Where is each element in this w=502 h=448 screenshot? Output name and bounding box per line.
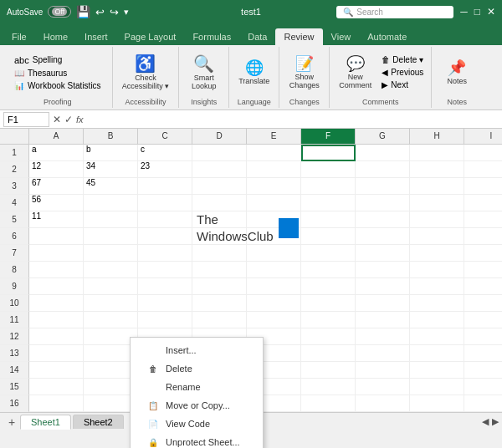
cell-f14[interactable]	[301, 362, 356, 379]
cell-f8[interactable]	[301, 262, 356, 278]
cell-h14[interactable]	[410, 362, 464, 379]
row-header-12[interactable]: 12	[0, 328, 29, 345]
cell-i8[interactable]	[464, 262, 502, 278]
cell-b5[interactable]	[84, 211, 138, 228]
cell-b6[interactable]	[84, 228, 138, 245]
row-header-1[interactable]: 1	[0, 145, 29, 161]
sheet-nav-right[interactable]: ▶	[492, 416, 499, 427]
cell-g7[interactable]	[356, 245, 410, 262]
cell-i7[interactable]	[464, 245, 502, 262]
row-header-9[interactable]: 9	[0, 278, 29, 295]
cell-e9[interactable]	[247, 278, 301, 295]
cell-e5[interactable]	[247, 211, 301, 228]
cell-a15[interactable]	[29, 379, 84, 395]
cell-d5[interactable]	[192, 211, 247, 228]
col-header-b[interactable]: B	[84, 129, 138, 144]
cell-f5[interactable]	[301, 211, 356, 228]
cell-i15[interactable]	[464, 379, 502, 395]
cell-c3[interactable]	[138, 178, 192, 195]
cell-b10[interactable]	[84, 295, 138, 312]
cell-b8[interactable]	[84, 262, 138, 278]
cell-g6[interactable]	[356, 228, 410, 245]
row-header-16[interactable]: 16	[0, 395, 29, 412]
cell-e10[interactable]	[247, 295, 301, 312]
col-header-h[interactable]: H	[410, 129, 464, 144]
cell-b7[interactable]	[84, 245, 138, 262]
autosave-toggle[interactable]: Off	[48, 6, 71, 18]
cell-h5[interactable]	[410, 211, 464, 228]
col-header-e[interactable]: E	[247, 129, 301, 144]
delete-btn[interactable]: 🗑 Delete ▾	[379, 54, 426, 65]
row-header-15[interactable]: 15	[0, 379, 29, 395]
cell-e1[interactable]	[247, 145, 301, 161]
cell-i13[interactable]	[464, 345, 502, 362]
ctx-delete[interactable]: 🗑 Delete	[131, 359, 263, 378]
cell-d10[interactable]	[192, 295, 247, 312]
cell-i1[interactable]	[464, 145, 502, 161]
tab-file[interactable]: File	[3, 28, 35, 45]
cell-i3[interactable]	[464, 178, 502, 195]
cell-f15[interactable]	[301, 379, 356, 395]
cell-h7[interactable]	[410, 245, 464, 262]
cell-c8[interactable]	[138, 262, 192, 278]
sheet-tab-1[interactable]: Sheet1	[20, 415, 71, 430]
cell-c5[interactable]	[138, 211, 192, 228]
cell-i14[interactable]	[464, 362, 502, 379]
cell-f6[interactable]	[301, 228, 356, 245]
cell-a13[interactable]	[29, 345, 84, 362]
cell-f11[interactable]	[301, 312, 356, 328]
cell-f3[interactable]	[301, 178, 356, 195]
spelling-btn[interactable]: abc Spelling	[12, 54, 64, 66]
cell-d6[interactable]	[192, 228, 247, 245]
tab-insert[interactable]: Insert	[76, 28, 116, 45]
cell-i16[interactable]	[464, 395, 502, 412]
add-sheet-btn[interactable]: +	[3, 414, 20, 430]
cell-c6[interactable]	[138, 228, 192, 245]
cell-b3[interactable]: 45	[84, 178, 138, 195]
cell-d3[interactable]	[192, 178, 247, 195]
formula-input[interactable]	[87, 115, 499, 125]
cell-f13[interactable]	[301, 345, 356, 362]
cell-i12[interactable]	[464, 328, 502, 345]
cell-e6[interactable]	[247, 228, 301, 245]
cell-f12[interactable]	[301, 328, 356, 345]
search-box[interactable]: 🔍 Search	[336, 6, 453, 18]
new-comment-btn[interactable]: 💬 NewComment	[335, 53, 376, 92]
cell-e2[interactable]	[247, 161, 301, 178]
cell-f7[interactable]	[301, 245, 356, 262]
save-icon[interactable]: 💾	[76, 5, 90, 18]
cell-f9[interactable]	[301, 278, 356, 295]
row-header-8[interactable]: 8	[0, 262, 29, 278]
cell-h2[interactable]	[410, 161, 464, 178]
cell-a1[interactable]: a	[29, 145, 84, 161]
cell-h10[interactable]	[410, 295, 464, 312]
workbook-stats-btn[interactable]: 📊 Workbook Statistics	[12, 80, 104, 91]
row-header-7[interactable]: 7	[0, 245, 29, 262]
cell-g9[interactable]	[356, 278, 410, 295]
cell-a14[interactable]	[29, 362, 84, 379]
tab-formulas[interactable]: Formulas	[184, 28, 239, 45]
row-header-5[interactable]: 5	[0, 211, 29, 228]
cell-i11[interactable]	[464, 312, 502, 328]
show-changes-btn[interactable]: 📝 ShowChanges	[285, 53, 324, 92]
cell-h8[interactable]	[410, 262, 464, 278]
cell-a3[interactable]: 67	[29, 178, 84, 195]
cell-d2[interactable]	[192, 161, 247, 178]
close-icon[interactable]: ✕	[487, 6, 495, 18]
cell-d11[interactable]	[192, 312, 247, 328]
tab-review[interactable]: Review	[275, 28, 322, 45]
row-header-10[interactable]: 10	[0, 295, 29, 312]
sheet-tab-2[interactable]: Sheet2	[73, 415, 124, 429]
cell-g5[interactable]	[356, 211, 410, 228]
cell-d8[interactable]	[192, 262, 247, 278]
cell-e4[interactable]	[247, 195, 301, 211]
ctx-insert[interactable]: Insert...	[131, 341, 263, 359]
cell-a7[interactable]	[29, 245, 84, 262]
maximize-icon[interactable]: □	[474, 6, 480, 18]
cell-g3[interactable]	[356, 178, 410, 195]
row-header-13[interactable]: 13	[0, 345, 29, 362]
cell-g14[interactable]	[356, 362, 410, 379]
cell-reference[interactable]: F1	[3, 112, 49, 127]
cell-h16[interactable]	[410, 395, 464, 412]
redo-icon[interactable]: ↪	[110, 6, 119, 18]
